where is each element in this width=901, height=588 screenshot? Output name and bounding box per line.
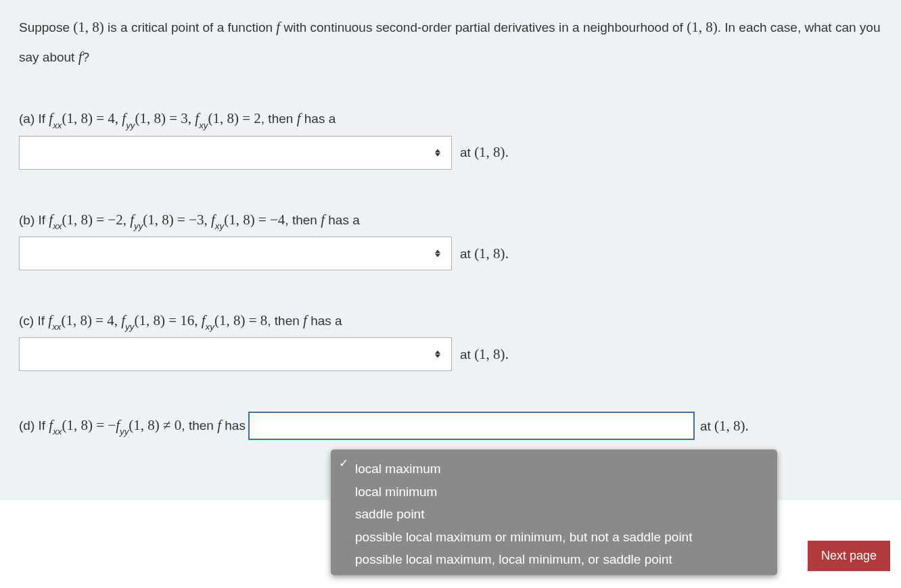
text: . [745,418,749,434]
answer-select-a[interactable] [19,136,452,170]
text: (1, 8) ≠ 0 [129,417,181,433]
text: . [505,144,509,160]
suffix-c: at (1, 8). [460,346,509,363]
select-arrows-icon [435,351,440,358]
answer-select-c[interactable] [19,337,452,371]
dropdown-option-local-min[interactable]: local minimum [331,481,777,504]
dropdown-option-possible-max-min[interactable]: possible local maximum or minimum, but n… [331,526,777,549]
part-c: (c) If fxx(1, 8) = 4, fyy(1, 8) = 16, fx… [19,311,882,371]
answer-select-d[interactable] [248,412,695,440]
text: , [114,312,122,328]
text: (c) If [19,314,48,328]
text: (a) If [19,112,49,126]
text: f [211,212,215,228]
text: , then [261,112,297,126]
text: , [188,110,195,126]
part-d-prompt: (d) If fxx(1, 8) = −fyy(1, 8) ≠ 0, then … [19,416,246,437]
sub: xy [215,221,224,231]
part-d: (d) If fxx(1, 8) = −fyy(1, 8) ≠ 0, then … [19,412,882,440]
text: (d) If [19,418,49,433]
text: (1, 8) [474,144,505,160]
sub: xx [53,221,62,231]
sub: xx [52,322,61,332]
text: (1, 8) = −2 [62,212,122,228]
text: (1, 8) = 16 [134,312,194,328]
next-page-button[interactable]: Next page [808,541,890,571]
text: (1, 8) = 3 [135,110,187,126]
text: , then [181,418,217,433]
sub: yy [126,120,135,130]
sub: yy [134,221,143,231]
text: (1, 8) = 4 [62,110,114,126]
suffix-b: at (1, 8). [460,245,509,262]
text: at [700,419,714,433]
text: , [194,312,202,328]
text: , [123,212,131,228]
text: f [202,312,206,328]
sub: xy [199,120,208,130]
part-b: (b) If fxx(1, 8) = −2, fyy(1, 8) = −3, f… [19,210,882,270]
dropdown-option-saddle[interactable]: saddle point [331,503,777,526]
text: (1, 8) = −3 [143,212,204,228]
dropdown-option-possible-all[interactable]: possible local maximum, local minimum, o… [331,548,777,571]
math-point: (1, 8) [687,19,718,35]
question-intro: Suppose (1, 8) is a critical point of a … [19,12,882,72]
sub: xy [206,322,214,332]
text: (1, 8) = −4 [224,212,285,228]
dropdown-menu: local maximum local minimum saddle point… [331,449,777,575]
text: (1, 8) [474,346,505,362]
text: (1, 8) = 8 [214,312,267,328]
text: (b) If [19,213,49,227]
dropdown-option-local-max[interactable]: local maximum [331,458,777,481]
sub: xx [53,426,62,437]
text: has a [307,314,342,328]
text: with continuous second-order partial der… [280,20,687,34]
text: (1, 8) = − [62,417,116,433]
text: (1, 8) [474,245,505,262]
suffix-d: at (1, 8). [700,418,749,435]
text: , [204,212,212,228]
text: , [115,110,122,126]
text: at [460,347,474,362]
text: (1, 8) [714,418,745,434]
sub: yy [120,426,129,437]
text: has a [325,213,360,227]
text: at [460,247,474,261]
text: (1, 8) = 4 [61,312,114,328]
part-c-prompt: (c) If fxx(1, 8) = 4, fyy(1, 8) = 16, fx… [19,311,882,332]
select-arrows-icon [435,149,440,156]
part-b-prompt: (b) If fxx(1, 8) = −2, fyy(1, 8) = −3, f… [19,210,882,231]
sub: yy [125,322,134,332]
text: is a critical point of a function [104,20,277,34]
text: has [221,418,246,433]
suffix-a: at (1, 8). [460,144,509,161]
answer-select-b[interactable] [19,237,452,270]
text: (1, 8) = 2 [208,110,260,126]
part-a: (a) If fxx(1, 8) = 4, fyy(1, 8) = 3, fxy… [19,109,882,169]
text: ? [83,50,90,64]
text: Suppose [19,20,73,34]
select-arrows-icon [435,250,440,258]
text: has a [300,112,336,126]
sub: xx [53,120,62,130]
math-point: (1, 8) [73,19,104,35]
part-a-prompt: (a) If fxx(1, 8) = 4, fyy(1, 8) = 3, fxy… [19,109,882,130]
text: , then [285,213,321,227]
text: . [505,346,509,362]
text: at [460,145,474,160]
text: , then [267,314,303,328]
text: . [505,245,509,262]
